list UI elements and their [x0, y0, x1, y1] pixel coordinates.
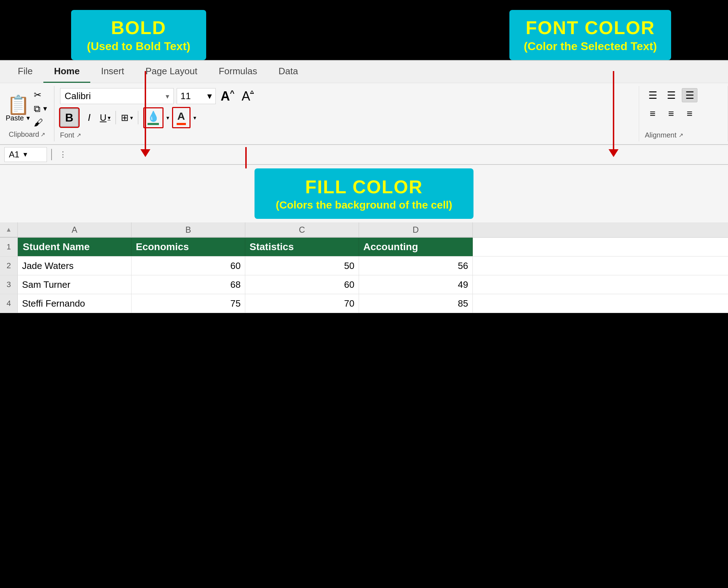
formula-bar-divider	[51, 149, 52, 160]
underline-label: U	[100, 112, 107, 123]
font-color-annotation-box: FONT COLOR (Color the Selected Text)	[509, 10, 671, 60]
cell-c2[interactable]: 50	[245, 257, 359, 275]
col-header-b[interactable]: B	[132, 222, 245, 237]
row-num-1: 1	[0, 238, 18, 256]
fill-color-annotation-box: FILL COLOR (Colors the background of the…	[255, 168, 474, 219]
size-dropdown-arrow: ▾	[207, 91, 212, 102]
bold-title: BOLD	[85, 17, 192, 38]
cell-d4[interactable]: 85	[359, 294, 473, 313]
decrease-font-button[interactable]: A^	[240, 89, 256, 104]
alignment-expand-icon[interactable]: ↗	[679, 132, 683, 139]
italic-button[interactable]: I	[81, 110, 97, 125]
align-row-top: ☰ ☰ ☰	[645, 88, 722, 102]
paste-button[interactable]: 📋 Paste ▼	[6, 96, 31, 122]
bold-annotation-box: BOLD (Used to Bold Text)	[71, 10, 206, 60]
align-center-button[interactable]: ≡	[663, 107, 679, 121]
font-expand-icon[interactable]: ↗	[76, 132, 81, 139]
clipboard-label: Clipboard	[9, 130, 39, 139]
tab-formulas[interactable]: Formulas	[208, 61, 268, 83]
increase-font-button[interactable]: A^	[219, 89, 237, 104]
tab-insert[interactable]: Insert	[90, 61, 135, 83]
font-color-dropdown[interactable]: ▾	[193, 114, 196, 121]
excel-container: File Home Insert Page Layout Formulas Da…	[0, 60, 728, 313]
corner-cell: ▲	[0, 222, 18, 237]
fill-color-dropdown[interactable]: ▾	[166, 114, 169, 121]
tab-file[interactable]: File	[7, 61, 43, 83]
font-selector[interactable]: Calibri ▾	[60, 88, 174, 104]
alignment-group: ☰ ☰ ☰ ≡ ≡ ≡ Alignment ↗	[639, 86, 728, 141]
cut-button[interactable]: ✂	[34, 90, 48, 101]
font-color-bar	[177, 123, 186, 125]
bold-subtitle: (Used to Bold Text)	[85, 40, 192, 53]
ribbon: 📋 Paste ▼ ✂ ⧉▼ 🖌	[0, 83, 728, 145]
fill-color-title: FILL COLOR	[276, 176, 453, 198]
cell-c1[interactable]: Statistics	[245, 238, 359, 256]
font-size-value: 11	[181, 91, 207, 102]
cell-a2[interactable]: Jade Waters	[18, 257, 132, 275]
alignment-label: Alignment ↗	[645, 130, 722, 139]
font-color-letter: A	[177, 110, 185, 122]
bold-label: B	[65, 111, 73, 124]
col-header-c[interactable]: C	[245, 222, 359, 237]
cell-a4[interactable]: Steffi Fernando	[18, 294, 132, 313]
font-size-selector[interactable]: 11 ▾	[177, 88, 216, 104]
cell-b3[interactable]: 68	[132, 275, 245, 294]
tab-data[interactable]: Data	[268, 61, 309, 83]
cell-ref-dropdown[interactable]: ▼	[22, 151, 28, 158]
align-top-left-button[interactable]: ☰	[645, 88, 660, 102]
paste-label: Paste	[6, 114, 24, 122]
cell-d3[interactable]: 49	[359, 275, 473, 294]
data-row-4: 4 Steffi Fernando 75 70 85	[0, 294, 728, 313]
cell-a3[interactable]: Sam Turner	[18, 275, 132, 294]
borders-button[interactable]: ⊞ ▾	[121, 112, 133, 123]
column-headers-row: ▲ A B C D	[0, 222, 728, 238]
italic-label: I	[88, 112, 91, 123]
formula-functions-button[interactable]: ⋮	[56, 150, 70, 159]
col-header-a[interactable]: A	[18, 222, 132, 237]
row-num-2: 2	[0, 257, 18, 275]
cell-b1[interactable]: Economics	[132, 238, 245, 256]
header-data-row: 1 Student Name Economics Statistics Acco…	[0, 238, 728, 257]
font-label: Font	[60, 131, 74, 139]
align-left-button[interactable]: ≡	[645, 107, 660, 121]
cell-c4[interactable]: 70	[245, 294, 359, 313]
cell-a1[interactable]: Student Name	[18, 238, 132, 256]
fill-color-subtitle: (Colors the background of the cell)	[276, 199, 453, 211]
paste-dropdown[interactable]: ▼	[25, 115, 31, 122]
formula-bar: A1 ▼ ⋮	[0, 145, 728, 165]
align-row-bottom: ≡ ≡ ≡	[645, 107, 722, 121]
cell-b4[interactable]: 75	[132, 294, 245, 313]
underline-button[interactable]: U ▾	[100, 112, 111, 123]
format-painter-button[interactable]: 🖌	[34, 117, 48, 128]
underline-dropdown[interactable]: ▾	[108, 114, 111, 121]
col-header-d[interactable]: D	[359, 222, 473, 237]
cell-d2[interactable]: 56	[359, 257, 473, 275]
data-row-2: 2 Jade Waters 60 50 56	[0, 257, 728, 275]
bold-button[interactable]: B	[60, 108, 79, 127]
cell-c3[interactable]: 60	[245, 275, 359, 294]
font-color-button[interactable]: A	[172, 107, 191, 128]
cell-d1[interactable]: Accounting	[359, 238, 473, 256]
cell-ref-value: A1	[9, 150, 19, 160]
align-top-center-button[interactable]: ☰	[663, 88, 679, 102]
font-color-subtitle: (Color the Selected Text)	[524, 40, 657, 53]
align-right-button[interactable]: ≡	[682, 107, 697, 121]
data-row-3: 3 Sam Turner 68 60 49	[0, 275, 728, 294]
tab-home[interactable]: Home	[43, 61, 90, 83]
font-name: Calibri	[65, 91, 166, 102]
cell-reference-box[interactable]: A1 ▼	[4, 147, 47, 162]
main-wrapper: BOLD (Used to Bold Text) FONT COLOR (Col…	[0, 0, 728, 313]
cell-b2[interactable]: 60	[132, 257, 245, 275]
copy-button[interactable]: ⧉▼	[34, 103, 48, 114]
clipboard-expand-icon[interactable]: ↗	[41, 131, 45, 138]
font-dropdown-arrow: ▾	[166, 92, 169, 101]
tab-bar: File Home Insert Page Layout Formulas Da…	[0, 61, 728, 83]
row-num-4: 4	[0, 294, 18, 313]
spreadsheet: ▲ A B C D 1 Student Name	[0, 222, 728, 313]
row-num-3: 3	[0, 275, 18, 294]
font-color-title: FONT COLOR	[524, 17, 657, 38]
align-top-right-button[interactable]: ☰	[682, 88, 697, 102]
